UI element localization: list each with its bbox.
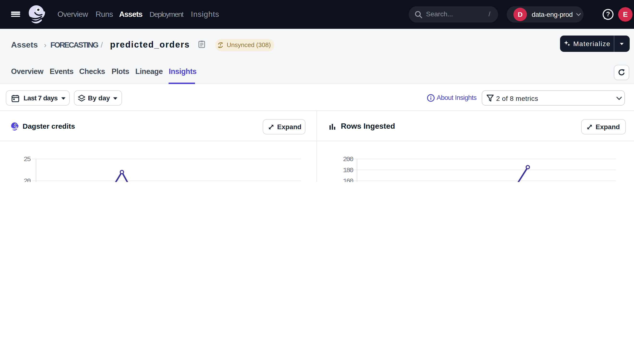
svg-text:25: 25 <box>24 156 31 163</box>
svg-text:20: 20 <box>24 178 31 182</box>
svg-text:160: 160 <box>343 178 353 182</box>
svg-text:180: 180 <box>343 167 353 174</box>
svg-text:200: 200 <box>343 156 353 163</box>
